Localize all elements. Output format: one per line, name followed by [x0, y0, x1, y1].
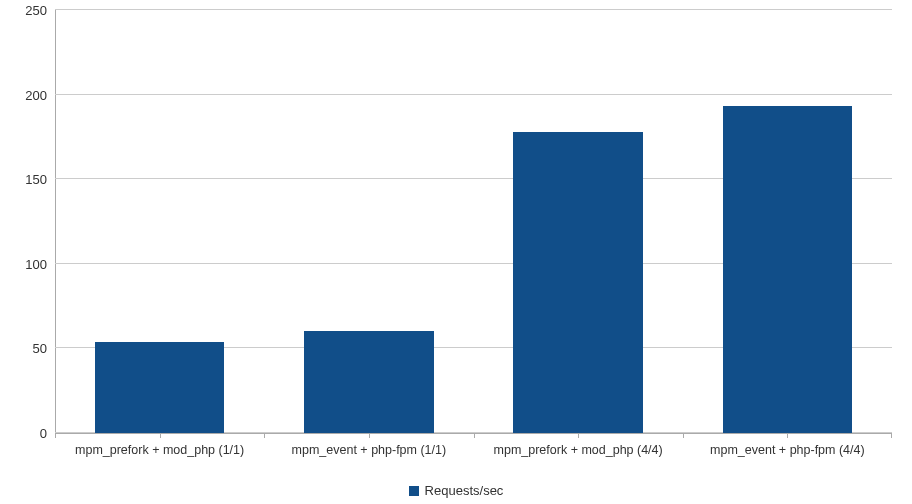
x-category-label: mpm_prefork + mod_php (1/1)	[75, 443, 244, 457]
bars-row: mpm_prefork + mod_php (1/1) mpm_event + …	[55, 10, 892, 433]
bar-slot: mpm_event + php-fpm (1/1)	[264, 10, 473, 433]
x-sep	[474, 433, 475, 438]
legend-swatch	[409, 486, 419, 496]
bar	[95, 342, 225, 433]
plot-area: 0 50 100 150 200 250 mpm_prefork + mod_p…	[55, 10, 892, 434]
x-category-label: mpm_event + php-fpm (4/4)	[710, 443, 865, 457]
x-sep	[683, 433, 684, 438]
legend-label: Requests/sec	[425, 483, 504, 498]
x-category-label: mpm_event + php-fpm (1/1)	[292, 443, 447, 457]
x-category-label: mpm_prefork + mod_php (4/4)	[494, 443, 663, 457]
bar	[513, 132, 643, 433]
x-tick	[578, 433, 579, 438]
bar-slot: mpm_event + php-fpm (4/4)	[683, 10, 892, 433]
bar-slot: mpm_prefork + mod_php (1/1)	[55, 10, 264, 433]
y-tick-label: 200	[25, 87, 47, 102]
bar	[723, 106, 853, 433]
y-tick-label: 0	[40, 426, 47, 441]
y-tick-label: 100	[25, 256, 47, 271]
x-sep	[264, 433, 265, 438]
bar-slot: mpm_prefork + mod_php (4/4)	[474, 10, 683, 433]
y-tick-label: 150	[25, 172, 47, 187]
x-sep	[891, 433, 892, 438]
legend: Requests/sec	[0, 483, 912, 498]
chart-container: 0 50 100 150 200 250 mpm_prefork + mod_p…	[0, 0, 912, 504]
x-tick	[160, 433, 161, 438]
x-tick	[787, 433, 788, 438]
y-tick-label: 50	[33, 341, 47, 356]
x-tick	[369, 433, 370, 438]
bar	[304, 331, 434, 433]
y-tick-label: 250	[25, 3, 47, 18]
x-sep	[55, 433, 56, 438]
